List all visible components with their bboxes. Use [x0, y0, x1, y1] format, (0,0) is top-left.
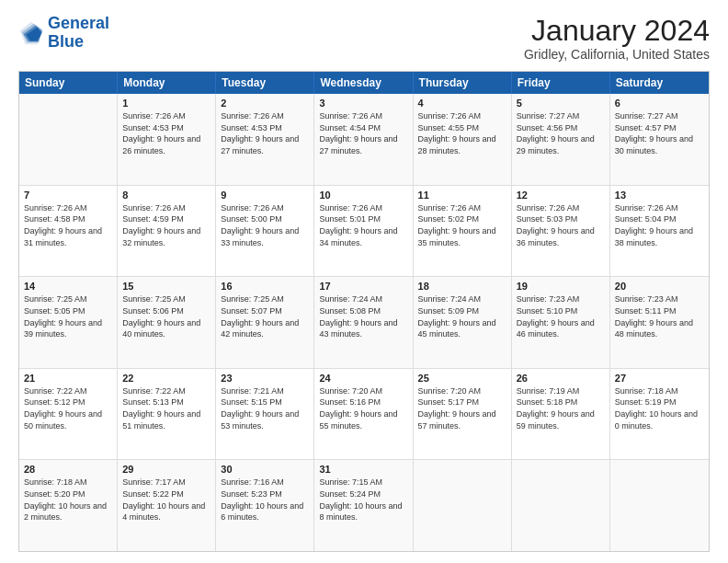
- cell-day-number: 30: [221, 464, 309, 475]
- logo: General Blue: [18, 15, 109, 52]
- calendar-header-cell: Saturday: [610, 72, 709, 94]
- calendar-cell: 31Sunrise: 7:15 AM Sunset: 5:24 PM Dayli…: [314, 460, 413, 551]
- cell-day-number: 28: [24, 464, 112, 475]
- cell-day-number: 18: [418, 281, 506, 292]
- cell-info: Sunrise: 7:26 AM Sunset: 5:00 PM Dayligh…: [221, 202, 309, 248]
- cell-day-number: 15: [122, 281, 210, 292]
- calendar-cell: 7Sunrise: 7:26 AM Sunset: 4:58 PM Daylig…: [19, 186, 118, 277]
- logo-blue: Blue: [48, 33, 109, 52]
- calendar-cell: 25Sunrise: 7:20 AM Sunset: 5:17 PM Dayli…: [414, 369, 512, 460]
- cell-day-number: 25: [418, 373, 506, 384]
- cell-day-number: 16: [221, 281, 309, 292]
- calendar-cell: 2Sunrise: 7:26 AM Sunset: 4:53 PM Daylig…: [216, 94, 314, 185]
- calendar-header-cell: Tuesday: [216, 72, 314, 94]
- cell-day-number: 14: [24, 281, 112, 292]
- cell-day-number: 12: [517, 190, 605, 201]
- cell-day-number: 22: [122, 373, 210, 384]
- cell-day-number: 31: [319, 464, 407, 475]
- calendar-week: 14Sunrise: 7:25 AM Sunset: 5:05 PM Dayli…: [19, 277, 709, 369]
- cell-day-number: 13: [615, 190, 704, 201]
- calendar-header-cell: Thursday: [414, 72, 512, 94]
- calendar-cell: 23Sunrise: 7:21 AM Sunset: 5:15 PM Dayli…: [216, 369, 314, 460]
- cell-day-number: 17: [319, 281, 407, 292]
- calendar-week: 21Sunrise: 7:22 AM Sunset: 5:12 PM Dayli…: [19, 369, 709, 461]
- logo-icon: [18, 20, 44, 46]
- calendar-cell: 3Sunrise: 7:26 AM Sunset: 4:54 PM Daylig…: [314, 94, 413, 185]
- calendar-cell: [414, 460, 512, 551]
- cell-day-number: 2: [221, 98, 309, 109]
- cell-info: Sunrise: 7:26 AM Sunset: 5:01 PM Dayligh…: [319, 202, 407, 248]
- cell-day-number: 5: [517, 98, 605, 109]
- calendar-cell: 26Sunrise: 7:19 AM Sunset: 5:18 PM Dayli…: [512, 369, 610, 460]
- cell-day-number: 27: [615, 373, 704, 384]
- cell-info: Sunrise: 7:26 AM Sunset: 5:04 PM Dayligh…: [615, 202, 704, 248]
- calendar-subtitle: Gridley, California, United States: [524, 47, 710, 62]
- calendar: SundayMondayTuesdayWednesdayThursdayFrid…: [18, 71, 710, 552]
- cell-info: Sunrise: 7:20 AM Sunset: 5:17 PM Dayligh…: [418, 385, 506, 431]
- cell-day-number: 3: [319, 98, 407, 109]
- calendar-header-cell: Friday: [512, 72, 610, 94]
- calendar-cell: 18Sunrise: 7:24 AM Sunset: 5:09 PM Dayli…: [414, 277, 512, 368]
- cell-info: Sunrise: 7:18 AM Sunset: 5:19 PM Dayligh…: [615, 385, 704, 431]
- cell-info: Sunrise: 7:26 AM Sunset: 4:54 PM Dayligh…: [319, 110, 407, 156]
- calendar-cell: [512, 460, 610, 551]
- calendar-cell: 10Sunrise: 7:26 AM Sunset: 5:01 PM Dayli…: [314, 186, 413, 277]
- calendar-cell: [19, 94, 118, 185]
- cell-info: Sunrise: 7:25 AM Sunset: 5:05 PM Dayligh…: [24, 293, 112, 339]
- header: General Blue January 2024 Gridley, Calif…: [18, 15, 710, 62]
- calendar-cell: 13Sunrise: 7:26 AM Sunset: 5:04 PM Dayli…: [610, 186, 709, 277]
- cell-info: Sunrise: 7:26 AM Sunset: 5:02 PM Dayligh…: [418, 202, 506, 248]
- calendar-cell: 16Sunrise: 7:25 AM Sunset: 5:07 PM Dayli…: [216, 277, 314, 368]
- cell-info: Sunrise: 7:25 AM Sunset: 5:06 PM Dayligh…: [122, 293, 210, 339]
- calendar-cell: 12Sunrise: 7:26 AM Sunset: 5:03 PM Dayli…: [512, 186, 610, 277]
- cell-day-number: 7: [24, 190, 112, 201]
- cell-info: Sunrise: 7:17 AM Sunset: 5:22 PM Dayligh…: [122, 477, 210, 523]
- calendar-title: January 2024: [524, 15, 710, 47]
- calendar-cell: 14Sunrise: 7:25 AM Sunset: 5:05 PM Dayli…: [19, 277, 118, 368]
- calendar-header-cell: Wednesday: [314, 72, 413, 94]
- calendar-cell: 19Sunrise: 7:23 AM Sunset: 5:10 PM Dayli…: [512, 277, 610, 368]
- calendar-cell: 29Sunrise: 7:17 AM Sunset: 5:22 PM Dayli…: [118, 460, 216, 551]
- cell-info: Sunrise: 7:24 AM Sunset: 5:09 PM Dayligh…: [418, 293, 506, 339]
- cell-info: Sunrise: 7:26 AM Sunset: 4:59 PM Dayligh…: [122, 202, 210, 248]
- calendar-cell: 21Sunrise: 7:22 AM Sunset: 5:12 PM Dayli…: [19, 369, 118, 460]
- cell-info: Sunrise: 7:18 AM Sunset: 5:20 PM Dayligh…: [24, 477, 112, 523]
- calendar-cell: 15Sunrise: 7:25 AM Sunset: 5:06 PM Dayli…: [118, 277, 216, 368]
- calendar-cell: 28Sunrise: 7:18 AM Sunset: 5:20 PM Dayli…: [19, 460, 118, 551]
- cell-info: Sunrise: 7:21 AM Sunset: 5:15 PM Dayligh…: [221, 385, 309, 431]
- cell-day-number: 1: [122, 98, 210, 109]
- cell-info: Sunrise: 7:16 AM Sunset: 5:23 PM Dayligh…: [221, 477, 309, 523]
- cell-day-number: 6: [615, 98, 704, 109]
- cell-day-number: 20: [615, 281, 704, 292]
- cell-info: Sunrise: 7:26 AM Sunset: 4:58 PM Dayligh…: [24, 202, 112, 248]
- cell-info: Sunrise: 7:27 AM Sunset: 4:56 PM Dayligh…: [517, 110, 605, 156]
- calendar-cell: 5Sunrise: 7:27 AM Sunset: 4:56 PM Daylig…: [512, 94, 610, 185]
- calendar-week: 7Sunrise: 7:26 AM Sunset: 4:58 PM Daylig…: [19, 186, 709, 278]
- cell-info: Sunrise: 7:19 AM Sunset: 5:18 PM Dayligh…: [517, 385, 605, 431]
- calendar-week: 1Sunrise: 7:26 AM Sunset: 4:53 PM Daylig…: [19, 94, 709, 186]
- calendar-header-cell: Monday: [118, 72, 216, 94]
- cell-info: Sunrise: 7:26 AM Sunset: 4:53 PM Dayligh…: [122, 110, 210, 156]
- calendar-cell: 9Sunrise: 7:26 AM Sunset: 5:00 PM Daylig…: [216, 186, 314, 277]
- calendar-header-cell: Sunday: [19, 72, 118, 94]
- calendar-week: 28Sunrise: 7:18 AM Sunset: 5:20 PM Dayli…: [19, 460, 709, 551]
- cell-info: Sunrise: 7:23 AM Sunset: 5:10 PM Dayligh…: [517, 293, 605, 339]
- cell-info: Sunrise: 7:23 AM Sunset: 5:11 PM Dayligh…: [615, 293, 704, 339]
- calendar-cell: 1Sunrise: 7:26 AM Sunset: 4:53 PM Daylig…: [118, 94, 216, 185]
- calendar-cell: 22Sunrise: 7:22 AM Sunset: 5:13 PM Dayli…: [118, 369, 216, 460]
- page: General Blue January 2024 Gridley, Calif…: [0, 0, 728, 563]
- calendar-cell: 17Sunrise: 7:24 AM Sunset: 5:08 PM Dayli…: [314, 277, 413, 368]
- title-block: January 2024 Gridley, California, United…: [524, 15, 710, 62]
- cell-info: Sunrise: 7:26 AM Sunset: 4:53 PM Dayligh…: [221, 110, 309, 156]
- cell-day-number: 9: [221, 190, 309, 201]
- cell-day-number: 29: [122, 464, 210, 475]
- cell-info: Sunrise: 7:20 AM Sunset: 5:16 PM Dayligh…: [319, 385, 407, 431]
- calendar-cell: [610, 460, 709, 551]
- cell-day-number: 4: [418, 98, 506, 109]
- calendar-cell: 24Sunrise: 7:20 AM Sunset: 5:16 PM Dayli…: [314, 369, 413, 460]
- cell-day-number: 23: [221, 373, 309, 384]
- cell-info: Sunrise: 7:15 AM Sunset: 5:24 PM Dayligh…: [319, 477, 407, 523]
- calendar-cell: 20Sunrise: 7:23 AM Sunset: 5:11 PM Dayli…: [610, 277, 709, 368]
- cell-day-number: 10: [319, 190, 407, 201]
- calendar-body: 1Sunrise: 7:26 AM Sunset: 4:53 PM Daylig…: [19, 94, 709, 551]
